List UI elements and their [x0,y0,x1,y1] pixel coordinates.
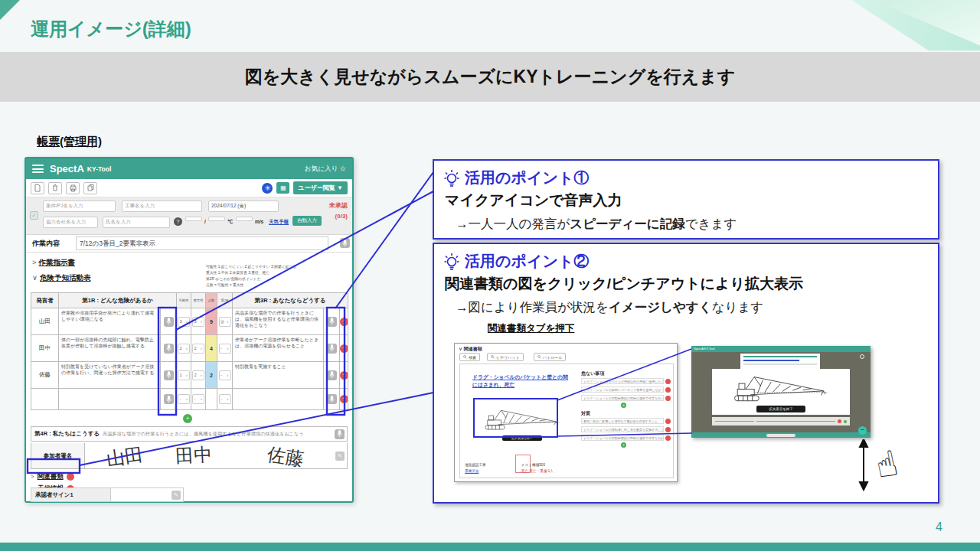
construction-input[interactable]: 工事名を入力 [122,201,202,212]
weather-input[interactable] [185,217,202,221]
hiyari-hatto-button[interactable]: ヒヤリハット [487,353,524,361]
excavator-diagram[interactable] [483,403,561,435]
date-input[interactable]: 2024/07/12 (金) [208,201,279,212]
section-kiken-yochi[interactable]: ∨危険予知活動表 [32,273,90,283]
page-title: 運用イメージ(詳細) [31,17,191,41]
r2-select[interactable]: ◎∨ [219,317,231,327]
project-input[interactable]: 案件/PJ名を入力 [43,201,116,212]
search-button[interactable]: 検索 [459,353,480,361]
edit-signature-button[interactable]: ✎ [335,452,345,461]
wind-input[interactable] [236,217,253,221]
zoom-diagram-panel[interactable]: 拡大表示を終了 [712,369,850,415]
delete-item-button[interactable] [665,396,671,401]
section-work-instruction[interactable]: >作業指示書 [32,258,75,268]
add-danger-button[interactable]: + [621,403,626,408]
mic-icon[interactable] [327,317,337,327]
mic-icon[interactable] [164,394,174,404]
r2-select[interactable]: -∨ [219,344,231,354]
measure-heading: 対策 [581,410,590,417]
severity-select[interactable]: -∨ [192,394,204,404]
severity-select[interactable]: 2∨ [192,344,204,354]
weather-forecast-link[interactable]: 天気予報 [269,219,289,226]
delete-row-button[interactable]: − [340,371,348,380]
edit-approver-button[interactable]: ✎ [172,491,181,500]
r2-select[interactable]: -∨ [219,370,231,380]
work-content-input[interactable]: 7/12の3番目_2要素非表示 [76,236,328,250]
mic-icon[interactable] [164,344,174,354]
mic-icon[interactable] [340,238,350,248]
favorite-link[interactable]: お気に入り ☆ [305,165,346,174]
mic-icon[interactable] [327,344,337,354]
delete-row-button[interactable]: − [340,318,348,326]
callout1-description: →一人一人の発言がスピーディーに記録できます [456,216,938,233]
copy-button[interactable] [83,182,97,194]
related-doc-card: ドラグ・ショベルのバケットと壁との間にはさまれ、死亡 拡大表示を終了 危ない事項… [459,364,674,478]
user-view-button[interactable]: ユーザー閲覧 ▼ [293,181,348,194]
approver-signature-box[interactable]: ✎ [111,487,184,502]
grid-view-button[interactable]: ▦ [276,182,289,194]
danger-item: ドラグ・ショベルの可動範囲内の危険な場所で作業を行ったこと [581,395,671,401]
related-documents-link[interactable]: > 関連書類 [31,471,74,482]
zoom-button[interactable]: 拡大表示を終了 [502,435,542,441]
delete-row-button[interactable]: − [340,344,348,353]
footer-bar [0,543,980,551]
signature-label: 参加者署名 [31,443,85,468]
zoom-list-strip [712,417,850,425]
doc-meta-left: 道路建設工事 重機災害 [465,462,486,475]
score-legend: 可能性 1:起こりにくい 2:起こりやすい 3:頻繁に起こる重大性 1:不休 2… [206,264,348,289]
danger-item: ドラグ・ショベルの旋回レバーロック装置を使用しなかったこと [581,386,671,393]
approver-label: 承認者サイン1 [31,487,111,502]
close-ring-icon[interactable] [860,354,864,359]
pinwheel-logo-icon[interactable]: ✳ [262,183,273,194]
name-input[interactable]: 氏名を入力 [103,217,170,228]
possibility-select[interactable]: -∨ [178,394,190,404]
auto-fill-button[interactable]: 自動入力 [292,216,322,226]
possibility-select[interactable]: 1∨ [178,370,190,380]
collapse-fab-button[interactable]: − [858,426,867,435]
score-cell [206,389,217,409]
print-button[interactable] [66,182,80,194]
banner-text: 図を大きく見せながらスムーズにKYトレーニングを行えます [245,65,736,89]
mic-icon[interactable] [335,429,345,439]
accident-case-link[interactable]: ドラグ・ショベルのバケットと壁との間にはさまれ、死亡 [472,373,568,389]
form-type-label: 帳票(管理用) [37,135,102,149]
severity-select[interactable]: 3∨ [192,317,204,327]
mic-icon[interactable] [164,317,174,327]
delete-item-button[interactable] [665,419,671,424]
mic-icon[interactable] [327,394,337,404]
r2-select[interactable]: -∨ [219,394,231,404]
possibility-select[interactable]: 2∨ [178,344,190,354]
exit-zoom-button[interactable]: 拡大表示を終了 [756,406,805,412]
related-docs-header[interactable]: ∨ 関連書類 [459,346,482,353]
new-document-button[interactable] [31,182,44,194]
delete-item-button[interactable] [665,435,671,441]
r4-input[interactable]: 高温多湿な場所での作業を行うときには、扇風機を使用するなど作業環境の快適化をおこ… [103,431,335,438]
temp-input[interactable] [208,217,225,221]
lightbulb-icon [443,253,460,271]
add-row-button[interactable]: + [183,414,192,423]
r4-label: 第4R : 私たちはこうする [31,430,103,438]
col-speaker: 発言者 [31,293,59,308]
help-icon[interactable]: ? [174,217,182,226]
mic-icon[interactable] [327,370,337,380]
related-docs-panel: ∨ 関連書類 検索 ヒヤリハット パトロール ドラグ・ショベルのバケットと壁との… [454,343,678,482]
patrol-button[interactable]: パトロール [534,353,566,361]
delete-item-button[interactable] [665,387,671,393]
zoomed-view-panel: SpectA KY-Tool 拡大表示を終了 − [691,346,871,438]
pager-pill[interactable] [766,434,795,437]
mic-icon[interactable] [164,370,174,380]
wind-unit: m/s [255,219,263,224]
r4-row: 第4R : 私たちはこうする 高温多湿な場所での作業を行うときには、扇風機を使用… [31,426,348,442]
delete-item-button[interactable] [665,379,671,384]
partner-input[interactable]: 協力会社名を入力 [43,217,98,228]
delete-row-button[interactable]: − [340,395,348,403]
possibility-select[interactable]: 3∨ [178,317,190,327]
callout2-heading: 関連書類の図をクリック/ピンチアウトにより拡大表示 [445,274,938,294]
delete-button[interactable] [48,182,62,194]
delete-item-button[interactable] [665,427,671,432]
form-checkbox[interactable]: ✓ [30,211,38,220]
signature-area[interactable]: 山田 田中 佐藤 [85,443,333,468]
hamburger-menu-icon[interactable] [32,165,44,173]
add-measure-button[interactable]: + [621,442,626,448]
severity-select[interactable]: 2∨ [192,370,204,380]
